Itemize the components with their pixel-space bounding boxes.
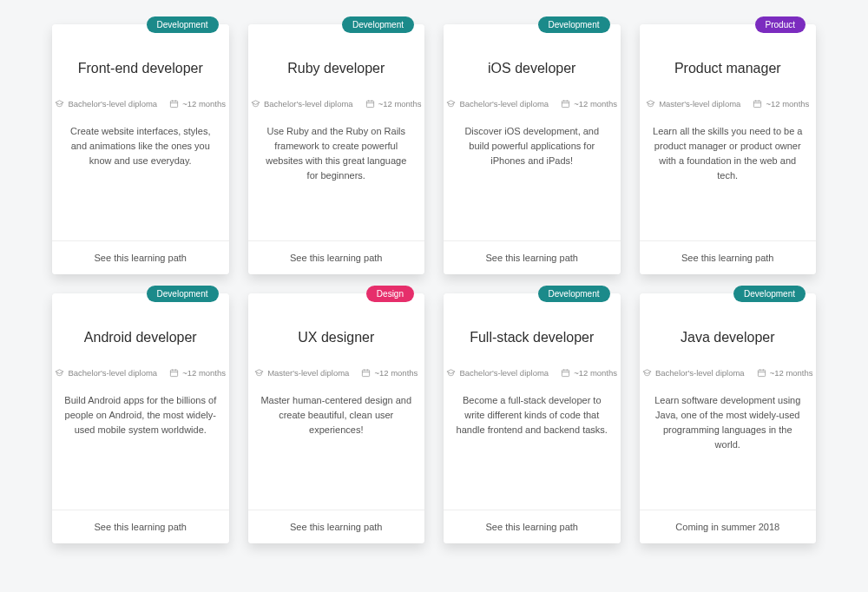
card-meta: Bachelor's-level diploma ~12 months [52, 99, 229, 109]
duration-meta: ~12 months [361, 368, 418, 378]
calendar-icon [753, 99, 762, 109]
card-title: Ruby developer [248, 61, 425, 76]
card-meta: Bachelor's-level diploma ~12 months [248, 99, 425, 109]
calendar-icon [361, 368, 371, 378]
diploma-label: Bachelor's-level diploma [655, 368, 745, 378]
learning-path-card[interactable]: Development Front-end developer Bachelor… [52, 24, 229, 274]
diploma-icon [646, 99, 655, 109]
card-title: UX designer [248, 330, 425, 345]
duration-label: ~12 months [374, 368, 418, 378]
diploma-icon [446, 368, 456, 378]
diploma-label: Bachelor's-level diploma [264, 99, 353, 109]
card-title: Java developer [640, 330, 817, 345]
diploma-icon [642, 368, 652, 378]
diploma-label: Master's-level diploma [267, 368, 349, 378]
duration-label: ~12 months [378, 99, 422, 109]
category-tag: Development [733, 286, 806, 302]
svg-rect-4 [171, 370, 178, 376]
svg-rect-0 [171, 101, 178, 107]
card-meta: Bachelor's-level diploma ~12 months [640, 368, 817, 378]
card-title: iOS developer [444, 61, 621, 76]
diploma-meta: Master's-level diploma [254, 368, 349, 378]
diploma-meta: Bachelor's-level diploma [55, 99, 157, 109]
calendar-icon [169, 368, 179, 378]
category-tag: Development [342, 16, 414, 33]
duration-label: ~12 months [182, 368, 226, 378]
card-cta[interactable]: See this learning path [444, 240, 621, 274]
calendar-icon [365, 99, 375, 109]
category-tag: Development [147, 286, 219, 302]
diploma-label: Bachelor's-level diploma [459, 368, 549, 378]
card-description: Build Android apps for the billions of p… [52, 393, 229, 510]
diploma-label: Bachelor's-level diploma [459, 99, 549, 109]
card-cta[interactable]: See this learning path [248, 240, 425, 274]
category-tag: Development [538, 16, 610, 33]
card-meta: Bachelor's-level diploma ~12 months [52, 368, 229, 378]
duration-meta: ~12 months [561, 368, 617, 378]
card-cta[interactable]: See this learning path [52, 240, 229, 274]
card-cta[interactable]: See this learning path [640, 240, 817, 274]
calendar-icon [757, 368, 766, 378]
category-tag: Development [147, 16, 219, 33]
card-title: Front-end developer [52, 61, 229, 76]
svg-rect-5 [363, 370, 370, 376]
card-description: Learn software development using Java, o… [640, 393, 817, 510]
card-title: Android developer [52, 330, 229, 345]
svg-rect-6 [562, 370, 569, 376]
card-meta: Master's-level diploma ~12 months [248, 368, 425, 378]
duration-meta: ~12 months [753, 99, 809, 109]
duration-meta: ~12 months [561, 99, 617, 109]
learning-path-card[interactable]: Development Android developer Bachelor's… [52, 293, 229, 543]
card-cta[interactable]: See this learning path [444, 510, 621, 543]
calendar-icon [561, 99, 570, 109]
card-cta[interactable]: Coming in summer 2018 [640, 510, 817, 543]
diploma-icon [55, 368, 64, 378]
category-tag: Development [538, 286, 610, 302]
diploma-icon [254, 368, 264, 378]
learning-path-card[interactable]: Development Full-stack developer Bachelo… [444, 293, 621, 543]
card-description: Master human-centered design and create … [248, 393, 425, 510]
svg-rect-1 [366, 101, 373, 107]
diploma-label: Bachelor's-level diploma [68, 368, 157, 378]
svg-rect-2 [562, 101, 569, 107]
diploma-meta: Bachelor's-level diploma [642, 368, 745, 378]
learning-path-card[interactable]: Product Product manager Master's-level d… [640, 24, 817, 274]
calendar-icon [169, 99, 179, 109]
duration-label: ~12 months [766, 99, 809, 109]
card-description: Create website interfaces, styles, and a… [52, 124, 229, 240]
card-description: Become a full-stack developer to write d… [444, 393, 621, 510]
calendar-icon [561, 368, 570, 378]
learning-path-card[interactable]: Development Java developer Bachelor's-le… [640, 293, 817, 543]
card-cta[interactable]: See this learning path [248, 510, 425, 543]
diploma-meta: Bachelor's-level diploma [251, 99, 353, 109]
duration-label: ~12 months [574, 368, 617, 378]
diploma-meta: Bachelor's-level diploma [55, 368, 157, 378]
card-title: Product manager [640, 61, 817, 76]
diploma-label: Master's-level diploma [659, 99, 740, 109]
diploma-icon [446, 99, 456, 109]
card-description: Learn all the skills you need to be a pr… [640, 124, 817, 240]
svg-rect-7 [758, 370, 765, 376]
diploma-icon [55, 99, 64, 109]
learning-path-card[interactable]: Development Ruby developer Bachelor's-le… [248, 24, 425, 274]
card-meta: Bachelor's-level diploma ~12 months [444, 368, 621, 378]
learning-path-card[interactable]: Design UX designer Master's-level diplom… [248, 293, 425, 543]
learning-path-grid: Development Front-end developer Bachelor… [52, 24, 816, 543]
diploma-meta: Bachelor's-level diploma [446, 368, 549, 378]
learning-path-card[interactable]: Development iOS developer Bachelor's-lev… [444, 24, 621, 274]
diploma-label: Bachelor's-level diploma [68, 99, 157, 109]
card-cta[interactable]: See this learning path [52, 510, 229, 543]
card-description: Use Ruby and the Ruby on Rails framework… [248, 124, 425, 240]
card-meta: Bachelor's-level diploma ~12 months [444, 99, 621, 109]
card-meta: Master's-level diploma ~12 months [640, 99, 817, 109]
diploma-icon [251, 99, 260, 109]
duration-meta: ~12 months [757, 368, 813, 378]
duration-label: ~12 months [574, 99, 617, 109]
card-description: Discover iOS development, and build powe… [444, 124, 621, 240]
category-tag: Design [366, 286, 414, 302]
duration-meta: ~12 months [169, 368, 226, 378]
duration-label: ~12 months [182, 99, 226, 109]
duration-meta: ~12 months [365, 99, 422, 109]
card-title: Full-stack developer [444, 330, 621, 345]
duration-label: ~12 months [770, 368, 813, 378]
